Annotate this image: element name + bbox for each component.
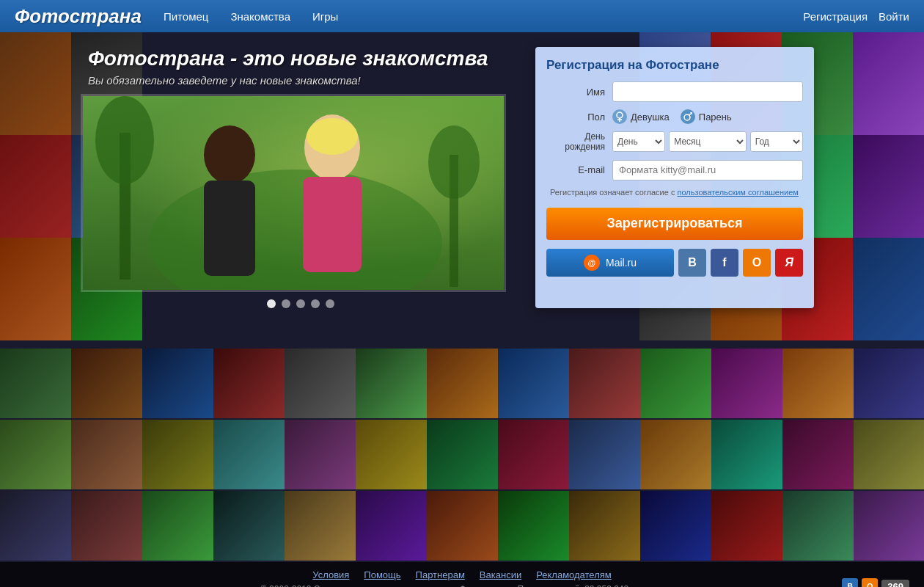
nav-item-dating[interactable]: Знакомства (230, 10, 290, 23)
gender-label: Пол (546, 112, 612, 123)
footer-link-advertisers[interactable]: Рекламодателям (536, 569, 612, 580)
reg-form-title: Регистрация на Фотостране (546, 58, 803, 73)
agreement-text: Регистрация означает согласие с пользова… (546, 188, 803, 197)
photo-cell (0, 420, 71, 489)
nav-item-games[interactable]: Игры (312, 10, 338, 23)
gender-female-option[interactable]: Девушка (612, 109, 670, 124)
svg-point-13 (684, 114, 690, 120)
hero-left: Фотострана - это новые знакомства Вы обя… (81, 47, 521, 308)
photo-cell (285, 349, 356, 418)
navigation: Питомец Знакомства Игры (164, 10, 803, 23)
svg-point-5 (307, 118, 358, 155)
photo-cell (498, 491, 569, 561)
day-select[interactable]: День (612, 131, 665, 152)
hero-dot-2[interactable] (282, 299, 290, 308)
ok-badge[interactable]: О (862, 578, 878, 587)
photo-cell (711, 420, 782, 489)
footer-right: В О 369 (842, 578, 909, 587)
footer: Условия Помощь Партнерам Вакансии Реклам… (0, 562, 924, 587)
register-submit-button[interactable]: Зарегистрироваться (546, 208, 803, 240)
photo-cell (0, 135, 71, 238)
hero-dot-1[interactable] (267, 299, 276, 308)
footer-link-partners[interactable]: Партнерам (416, 569, 465, 580)
photo-cell (71, 420, 142, 489)
main-content: Фотострана - это новые знакомства Вы обя… (0, 32, 924, 562)
svg-point-7 (95, 96, 154, 184)
photo-cell (782, 349, 854, 418)
photo-cell (854, 491, 924, 561)
photo-cell (427, 349, 498, 418)
footer-links: Условия Помощь Партнерам Вакансии Реклам… (312, 569, 611, 580)
female-icon (612, 109, 627, 124)
photo-cell (569, 491, 640, 561)
photo-cell (213, 491, 285, 561)
social-login-buttons: @ Mail.ru В f О Я (546, 249, 803, 277)
photo-cell (569, 420, 640, 489)
month-select[interactable]: Месяц (669, 131, 746, 152)
gender-male-option[interactable]: Парень (681, 109, 732, 124)
hero-image-bg (83, 96, 504, 290)
register-button[interactable]: Регистрация (803, 10, 868, 23)
email-label: E-mail (546, 164, 612, 175)
photo-cell (498, 349, 569, 418)
photo-cell (427, 491, 498, 561)
svg-point-0 (149, 169, 442, 290)
nav-item-pet[interactable]: Питомец (164, 10, 208, 23)
hero-subtitle: Вы обязательно заведете у нас новые знак… (81, 74, 521, 87)
male-icon (681, 109, 695, 124)
agreement-link[interactable]: пользовательским соглашением (677, 188, 798, 197)
photo-cell (711, 491, 782, 561)
login-button[interactable]: Войти (879, 10, 909, 23)
footer-link-help[interactable]: Помощь (364, 569, 400, 580)
ok-login-button[interactable]: О (743, 249, 771, 277)
hero-section: Фотострана - это новые знакомства Вы обя… (81, 32, 924, 308)
photo-cell (0, 32, 71, 135)
registration-form: Регистрация на Фотостране Имя Пол (535, 47, 814, 308)
bottom-photo-grid (0, 349, 924, 562)
hero-dot-3[interactable] (296, 299, 305, 308)
birthday-row: День рождения День Месяц Год (546, 131, 803, 153)
svg-rect-2 (204, 181, 255, 276)
fb-login-button[interactable]: f (711, 249, 738, 277)
photo-cell (356, 349, 427, 418)
name-label: Имя (546, 87, 612, 98)
header: Фотострана Питомец Знакомства Игры Регис… (0, 0, 924, 32)
gender-female-label: Девушка (631, 112, 670, 123)
photo-cell (356, 491, 427, 561)
photo-cell (142, 349, 213, 418)
year-select[interactable]: Год (750, 131, 803, 152)
photo-cell (285, 491, 356, 561)
vk-login-button[interactable]: В (678, 249, 706, 277)
photo-cell (213, 420, 285, 489)
ya-login-button[interactable]: Я (775, 249, 803, 277)
mailru-login-button[interactable]: @ Mail.ru (546, 249, 674, 277)
hero-dot-4[interactable] (311, 299, 320, 308)
mailru-icon: @ (584, 255, 600, 271)
photo-cell (0, 238, 71, 340)
hero-dot-5[interactable] (326, 299, 334, 308)
photo-cell (640, 420, 711, 489)
photo-cell (854, 349, 924, 418)
name-row: Имя (546, 81, 803, 102)
hero-image (81, 94, 506, 292)
photo-cell (640, 491, 711, 561)
gender-row: Пол Девушка (546, 109, 803, 124)
photo-cell (782, 491, 854, 561)
footer-link-jobs[interactable]: Вакансии (480, 569, 521, 580)
email-input[interactable] (612, 160, 803, 181)
photo-cell (569, 349, 640, 418)
hero-title: Фотострана - это новые знакомства (81, 47, 521, 70)
name-input[interactable] (612, 81, 803, 102)
couple-illustration (83, 96, 504, 290)
footer-copyright: © 2008-2012 Социально-развлекательная се… (260, 584, 664, 587)
photo-cell (427, 420, 498, 489)
birthday-selects: День Месяц Год (612, 131, 803, 152)
logo[interactable]: Фотострана (15, 5, 142, 28)
photo-cell (498, 420, 569, 489)
photo-cell (356, 420, 427, 489)
footer-link-terms[interactable]: Условия (312, 569, 349, 580)
user-count: 369 (881, 580, 909, 588)
photo-cell (71, 349, 142, 418)
vk-badge[interactable]: В (842, 578, 858, 587)
photo-cell (213, 349, 285, 418)
